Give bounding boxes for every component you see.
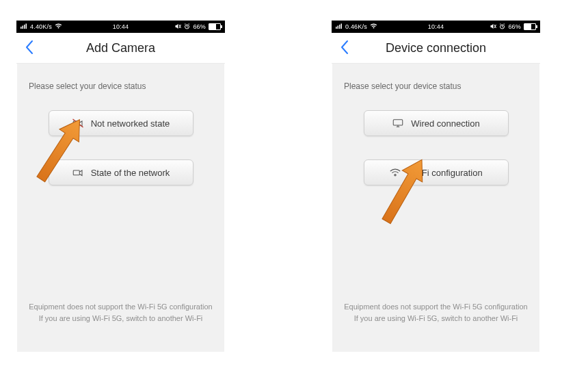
wifi-icon [389,166,401,179]
nav-bar: Add Camera [16,33,225,64]
option-not-networked[interactable]: Not networked state [49,110,193,136]
monitor-wired-icon [392,117,404,129]
back-button[interactable] [25,40,41,56]
prompt-text: Please select your device status [29,81,213,91]
status-bar: 10:44 4.40K/s 66% [16,21,225,33]
chevron-left-icon [25,40,34,55]
camera-offline-icon [72,117,84,129]
svg-rect-13 [394,120,403,125]
status-bar: 10:44 0.46K/s 66% [332,21,540,33]
svg-rect-6 [73,170,79,175]
option-label: Wired connection [411,118,479,129]
battery-icon [524,23,536,30]
option-label: State of the network [91,168,170,178]
content-area: Please select your device status Not net… [16,64,225,185]
chevron-left-icon [340,40,349,55]
phone-screen-left: 10:44 4.40K/s 66% [16,21,225,352]
footer-line-1: Equipment does not support the Wi-Fi 5G … [344,301,528,313]
status-time: 10:44 [332,23,540,30]
page-title: Device connection [386,41,486,55]
option-networked[interactable]: State of the network [49,159,193,185]
footer-note: Equipment does not support the Wi-Fi 5G … [16,301,225,325]
prompt-text: Please select your device status [344,81,528,91]
footer-note: Equipment does not support the Wi-Fi 5G … [332,301,540,325]
back-button[interactable] [340,40,356,56]
page-title: Add Camera [86,41,155,55]
phone-screen-right: 10:44 0.46K/s 66% [332,21,540,352]
option-label: Not networked state [91,118,170,129]
nav-bar: Device connection [332,33,540,64]
content-area: Please select your device status Wired c… [332,64,540,185]
footer-line-1: Equipment does not support the Wi-Fi 5G … [29,301,213,313]
camera-online-icon [72,166,84,179]
battery-icon [209,23,221,30]
footer-line-2: If you are using Wi-Fi 5G, switch to ano… [29,313,213,325]
option-wired-connection[interactable]: Wired connection [364,110,509,136]
option-wifi-configuration[interactable]: Wi-Fi configuration [364,159,509,185]
footer-line-2: If you are using Wi-Fi 5G, switch to ano… [344,313,528,325]
option-label: Wi-Fi configuration [408,168,482,178]
status-time: 10:44 [16,23,225,30]
